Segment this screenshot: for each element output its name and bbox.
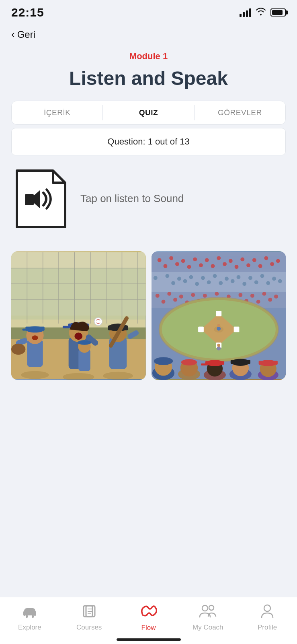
svg-point-84 [195,282,199,286]
svg-point-17 [21,371,49,379]
svg-point-61 [163,264,167,268]
nav-item-explore[interactable]: Explore [10,604,50,632]
nav-item-profile[interactable]: Profile [247,604,287,632]
svg-point-62 [175,262,179,266]
back-button[interactable]: ‹ Geri [0,23,297,43]
signal-icon [240,8,251,17]
nav-item-mycoach[interactable]: My Coach [188,604,228,632]
svg-point-111 [256,299,260,303]
svg-rect-143 [23,611,26,616]
svg-rect-133 [205,361,224,365]
svg-point-99 [238,293,242,297]
svg-rect-22 [23,328,29,330]
svg-rect-117 [198,326,204,332]
tab-icerik[interactable]: İÇERİK [12,101,102,124]
svg-rect-146 [32,615,34,618]
svg-point-74 [189,275,193,279]
audio-file-icon[interactable] [13,167,69,231]
image-card-baseball-practice[interactable] [11,251,146,380]
svg-point-75 [201,276,205,280]
svg-point-55 [217,256,221,260]
back-arrow-icon: ‹ [11,28,15,41]
svg-point-68 [246,263,250,267]
nav-item-courses[interactable]: Courses [69,604,109,632]
svg-point-90 [266,281,270,285]
svg-point-88 [242,282,246,286]
svg-point-25 [32,335,38,340]
svg-point-82 [171,281,175,285]
svg-rect-114 [216,311,221,316]
svg-point-73 [177,277,181,281]
tab-gorevler[interactable]: GÖREVLER [195,101,285,124]
svg-point-71 [153,276,157,280]
svg-point-97 [215,292,219,296]
explore-icon [22,604,37,621]
tabs-container: İÇERİK QUIZ GÖREVLER [11,101,286,125]
svg-point-81 [272,277,276,281]
home-indicator [117,638,181,641]
svg-point-100 [250,294,254,298]
svg-point-53 [193,257,197,261]
svg-point-51 [169,256,173,260]
svg-point-66 [223,262,227,266]
explore-label: Explore [18,623,41,632]
question-bar: Question: 1 out of 13 [11,128,286,155]
svg-point-96 [203,294,207,298]
svg-point-102 [274,295,278,299]
svg-point-154 [264,605,270,611]
svg-point-86 [219,281,223,285]
svg-point-129 [181,359,197,365]
svg-point-103 [161,299,165,303]
audio-label: Tap on listen to Sound [80,192,184,205]
profile-icon [261,604,274,621]
svg-rect-145 [26,615,28,618]
svg-point-152 [202,605,208,611]
svg-point-93 [167,292,171,296]
svg-point-123 [217,344,220,347]
svg-point-80 [260,274,264,278]
mycoach-icon [199,604,217,621]
svg-point-92 [155,294,159,298]
svg-point-101 [262,292,266,296]
svg-point-69 [258,264,262,268]
svg-point-78 [236,275,240,279]
main-content: Module 1 Listen and Speak İÇERİK QUIZ GÖ… [0,43,297,380]
bottom-nav: Explore Courses Flow [0,597,297,644]
status-time: 22:15 [11,6,44,19]
flow-icon [139,604,157,621]
svg-point-32 [74,332,82,340]
tab-quiz[interactable]: QUIZ [103,101,194,124]
flow-label: Flow [141,624,156,632]
svg-point-43 [78,340,91,345]
wifi-icon [255,7,266,18]
svg-point-77 [225,277,229,281]
svg-point-58 [252,258,256,262]
svg-rect-144 [34,611,36,616]
svg-point-122 [217,347,221,351]
svg-point-24 [11,344,25,355]
svg-point-153 [209,605,214,610]
svg-point-79 [248,276,252,280]
battery-icon [270,8,286,17]
svg-point-52 [181,259,185,263]
svg-point-56 [228,259,232,263]
mycoach-label: My Coach [193,623,223,632]
profile-label: Profile [258,623,277,632]
svg-point-65 [211,264,215,268]
svg-point-67 [234,265,238,269]
svg-rect-48 [152,272,286,292]
svg-rect-138 [230,360,250,364]
image-card-baseball-stadium[interactable] [152,251,286,380]
svg-point-126 [154,357,172,365]
svg-point-72 [165,274,169,278]
status-bar: 22:15 [0,0,297,23]
svg-rect-142 [258,361,277,365]
svg-point-89 [254,280,258,284]
svg-rect-47 [152,252,286,272]
nav-item-flow[interactable]: Flow [128,604,168,632]
courses-label: Courses [76,623,102,632]
audio-section: Tap on listen to Sound [11,167,286,231]
svg-point-104 [173,298,177,302]
svg-point-44 [94,318,102,326]
courses-icon [82,604,96,621]
